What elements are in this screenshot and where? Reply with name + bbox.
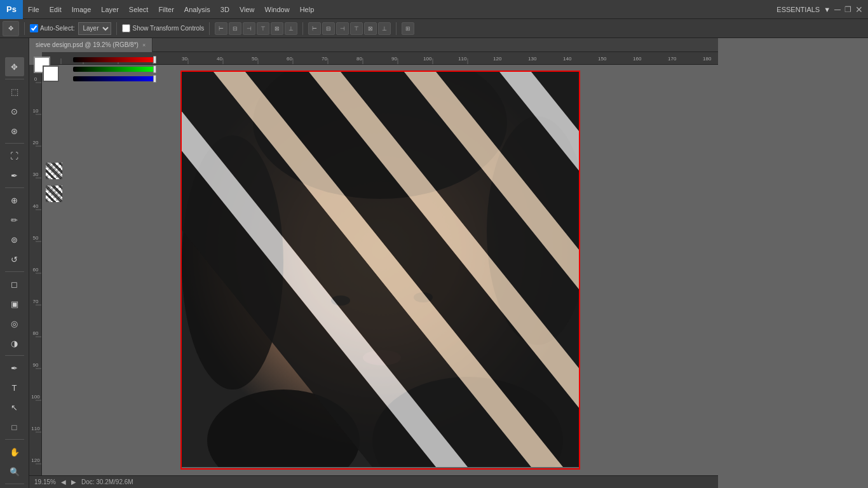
history-brush-btn[interactable]: ↺ xyxy=(5,250,24,269)
svg-text:180: 180 xyxy=(703,56,712,62)
svg-text:40: 40 xyxy=(33,203,39,209)
shape-tool-btn[interactable]: □ xyxy=(5,417,24,437)
align-left-icon[interactable]: ⊢ xyxy=(215,22,227,35)
svg-text:100: 100 xyxy=(31,394,40,400)
auto-select-label: Auto-Select: xyxy=(40,25,74,32)
svg-text:140: 140 xyxy=(563,56,572,62)
menu-select[interactable]: Select xyxy=(124,0,154,19)
g-thumb[interactable] xyxy=(153,65,156,73)
dist-bottom-icon[interactable]: ⊥ xyxy=(378,22,391,35)
tool-sep4 xyxy=(5,271,24,272)
options-sep5 xyxy=(396,22,397,35)
align-center-h-icon[interactable]: ⊟ xyxy=(229,22,241,35)
svg-text:10: 10 xyxy=(33,108,39,114)
tool-sep1 xyxy=(5,79,24,79)
zoom-tool-btn[interactable]: 🔍 xyxy=(5,462,24,481)
menu-analysis[interactable]: Analysis xyxy=(179,0,215,19)
essentials-area: ESSENTIALS ▼ ─ ❐ ✕ xyxy=(776,4,868,15)
auto-select-checkbox[interactable]: Auto-Select: xyxy=(30,24,74,32)
menu-layer[interactable]: Layer xyxy=(96,0,124,19)
r-slider[interactable] xyxy=(73,57,156,62)
layer-1-thumb xyxy=(45,162,63,180)
menu-edit[interactable]: Edit xyxy=(44,0,67,19)
svg-text:40: 40 xyxy=(217,56,222,62)
move-tool-options[interactable]: ✥ xyxy=(3,21,19,36)
b-thumb[interactable] xyxy=(153,75,156,83)
auto-select-dropdown[interactable]: Layer xyxy=(78,22,111,35)
svg-text:150: 150 xyxy=(598,56,607,62)
auto-align-icon[interactable]: ⊞ xyxy=(402,22,414,35)
tool-sep6 xyxy=(5,439,24,440)
dodge-tool-btn[interactable]: ◑ xyxy=(5,334,24,353)
clone-tool-btn[interactable]: ⊚ xyxy=(5,230,24,249)
show-transform-check[interactable] xyxy=(122,24,130,32)
hand-tool-btn[interactable]: ✋ xyxy=(5,442,24,461)
ruler-left-svg: 0 10 20 30 40 50 60 70 80 90 1 xyxy=(29,65,42,475)
quick-select-btn[interactable]: ⊛ xyxy=(5,121,24,140)
menu-file[interactable]: File xyxy=(23,0,44,19)
options-bar: ✥ Auto-Select: Layer Show Transform Cont… xyxy=(0,19,868,38)
menu-help[interactable]: Help xyxy=(295,0,320,19)
align-right-icon[interactable]: ⊣ xyxy=(243,22,255,35)
canvas-viewport xyxy=(42,65,718,475)
tab-close-btn[interactable]: × xyxy=(142,42,146,48)
path-select-btn[interactable]: ↖ xyxy=(5,398,24,417)
show-transform-checkbox[interactable]: Show Transform Controls xyxy=(122,24,204,32)
eraser-tool-btn[interactable]: ◻ xyxy=(5,274,24,294)
dist-center-v-icon[interactable]: ⊠ xyxy=(364,22,377,35)
status-arrow-right[interactable]: ▶ xyxy=(71,478,76,485)
menu-filter[interactable]: Filter xyxy=(153,0,179,19)
crop-tool-btn[interactable]: ⛶ xyxy=(5,146,24,165)
r-thumb[interactable] xyxy=(153,56,156,64)
brush-tool-btn[interactable]: ✏ xyxy=(5,210,24,229)
dist-top-icon[interactable]: ⊤ xyxy=(350,22,363,35)
close-btn[interactable]: ✕ xyxy=(855,4,863,15)
options-sep2 xyxy=(116,22,117,35)
dist-left-icon[interactable]: ⊢ xyxy=(308,22,321,35)
marquee-tool-btn[interactable]: ⬚ xyxy=(5,82,24,101)
g-slider[interactable] xyxy=(73,67,156,72)
type-tool-btn[interactable]: T xyxy=(5,378,24,397)
gradient-tool-btn[interactable]: ▣ xyxy=(5,294,24,313)
blur-tool-btn[interactable]: ◎ xyxy=(5,314,24,333)
svg-text:60: 60 xyxy=(33,267,39,273)
minimize-btn[interactable]: ─ xyxy=(834,4,841,15)
options-sep4 xyxy=(302,22,303,35)
dist-right-icon[interactable]: ⊣ xyxy=(336,22,349,35)
align-top-icon[interactable]: ⊤ xyxy=(257,22,269,35)
menu-image[interactable]: Image xyxy=(67,0,97,19)
menu-3d[interactable]: 3D xyxy=(215,0,234,19)
lasso-tool-btn[interactable]: ⊙ xyxy=(5,102,24,121)
options-sep3 xyxy=(209,22,210,35)
tool-sep2 xyxy=(5,143,24,144)
tab-bar: sieve design.psd @ 19.2% (RGB/8*) × xyxy=(29,38,718,52)
auto-select-check[interactable] xyxy=(30,24,38,32)
eyedropper-tool-btn[interactable]: ✒ xyxy=(5,166,24,185)
distribute-icons: ⊢ ⊟ ⊣ ⊤ ⊠ ⊥ xyxy=(308,22,391,35)
svg-text:30: 30 xyxy=(182,56,187,62)
options-sep1 xyxy=(24,22,25,35)
svg-text:90: 90 xyxy=(391,56,397,62)
doc-info: Doc: 30.2M/92.6M xyxy=(81,478,133,485)
align-center-v-icon[interactable]: ⊠ xyxy=(271,22,283,35)
background-swatch[interactable] xyxy=(43,65,59,82)
svg-text:70: 70 xyxy=(33,299,39,304)
spot-heal-btn[interactable]: ⊕ xyxy=(5,191,24,210)
restore-btn[interactable]: ❐ xyxy=(844,5,851,14)
menu-window[interactable]: Window xyxy=(260,0,295,19)
status-arrow-left[interactable]: ◀ xyxy=(61,478,66,485)
move-tool-btn[interactable]: ✥ xyxy=(5,57,24,76)
show-transform-label: Show Transform Controls xyxy=(132,25,204,32)
document-tab[interactable]: sieve design.psd @ 19.2% (RGB/8*) × xyxy=(29,38,153,52)
main-area: sieve design.psd @ 19.2% (RGB/8*) × ✥ ⬚ … xyxy=(0,38,868,488)
canvas-area: -10 0 10 20 30 40 50 60 70 80 xyxy=(29,52,718,488)
menu-view[interactable]: View xyxy=(234,0,260,19)
align-bottom-icon[interactable]: ⊥ xyxy=(285,22,297,35)
pen-tool-btn[interactable]: ✒ xyxy=(5,358,24,377)
layer-2-thumb xyxy=(45,185,63,203)
dist-center-h-icon[interactable]: ⊟ xyxy=(322,22,335,35)
b-slider[interactable] xyxy=(73,76,156,81)
color-swatches-area[interactable] xyxy=(34,57,59,82)
svg-text:50: 50 xyxy=(252,56,257,62)
tab-title: sieve design.psd @ 19.2% (RGB/8*) xyxy=(36,41,139,48)
